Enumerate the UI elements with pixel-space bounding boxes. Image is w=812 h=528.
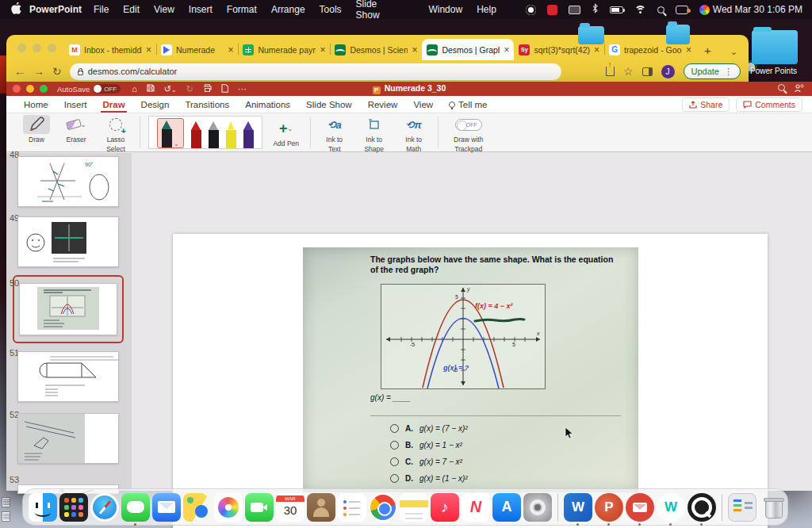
slide-thumbnail-50-selected[interactable] <box>19 283 117 335</box>
ppt-search-icon[interactable] <box>778 84 785 91</box>
browser-tab-numerade-payment[interactable]: Numerade paymi × <box>238 39 330 60</box>
ppt-share-user-icon[interactable] <box>795 84 804 94</box>
desktop-file-icon[interactable] <box>2 511 10 522</box>
dock-finder-icon[interactable] <box>29 493 57 522</box>
pen-green-selected[interactable]: ⌄ <box>157 118 184 148</box>
tab-close-icon[interactable]: × <box>686 44 691 55</box>
tab-animations[interactable]: Animations <box>237 98 298 112</box>
share-button[interactable]: Share <box>682 98 730 112</box>
menu-file[interactable]: File <box>86 4 116 15</box>
slide-thumbnail-51[interactable] <box>17 351 119 402</box>
update-button[interactable]: Update ⋮ <box>684 63 741 79</box>
user-switch-icon[interactable] <box>676 6 688 14</box>
tab-close-icon[interactable]: × <box>504 44 509 55</box>
browser-tab-numerade[interactable]: Numerade × <box>156 39 238 60</box>
dock-photos-icon[interactable] <box>214 493 243 522</box>
dock-facetime-icon[interactable] <box>245 493 274 522</box>
tab-close-icon[interactable]: × <box>228 44 233 55</box>
dock-reminders-icon[interactable] <box>338 493 366 522</box>
dock-quicktime-icon[interactable] <box>688 493 716 522</box>
bookmark-star-icon[interactable]: ☆ <box>623 65 634 78</box>
answer-option-c[interactable]: C. g(x) = 7 − x² <box>390 457 462 466</box>
tab-transitions[interactable]: Transitions <box>177 98 237 112</box>
forward-button[interactable]: → <box>33 65 44 78</box>
browser-tab-gmail[interactable]: M Inbox - themiddle × <box>64 39 156 60</box>
comments-button[interactable]: Comments <box>736 98 802 112</box>
tab-home[interactable]: Home <box>16 98 56 112</box>
url-text[interactable]: desmos.com/calculator <box>88 67 178 76</box>
gray-pen-icon[interactable] <box>209 121 219 148</box>
menu-window[interactable]: Window <box>421 4 469 15</box>
slide-thumbnail-48[interactable]: 90° <box>17 156 119 207</box>
tab-slide-show[interactable]: Slide Show <box>298 98 360 112</box>
dock-wyzant-icon[interactable]: W <box>657 493 685 522</box>
tab-design[interactable]: Design <box>133 98 178 112</box>
menu-edit[interactable]: Edit <box>116 4 147 15</box>
dock-maps-icon[interactable] <box>183 493 212 522</box>
browser-tab-desmos-scientific[interactable]: Desmos | Scientif × <box>330 39 422 60</box>
sidebar-icon[interactable] <box>642 67 653 76</box>
new-tab-button[interactable]: + <box>696 44 719 60</box>
dock-notes-icon[interactable] <box>400 493 428 522</box>
dock-messages-icon[interactable] <box>121 493 150 522</box>
dock-chrome-icon[interactable] <box>369 493 397 522</box>
dock-app-store-icon[interactable]: A <box>492 493 521 522</box>
record-icon[interactable] <box>526 5 536 15</box>
menu-format[interactable]: Format <box>220 4 264 15</box>
desktop-file-icon[interactable] <box>2 497 10 507</box>
back-button[interactable]: ← <box>14 65 25 78</box>
tab-close-icon[interactable]: × <box>320 44 325 55</box>
browser-window-controls[interactable] <box>13 35 64 60</box>
yellow-highlighter-icon[interactable] <box>226 121 236 148</box>
ink-to-text-button[interactable]: ⟲a Ink to Text <box>319 115 350 153</box>
radio-button[interactable] <box>390 424 399 433</box>
apple-menu-icon[interactable] <box>11 2 21 17</box>
slide-thumbnail-52[interactable] <box>17 413 119 464</box>
dock-contacts-icon[interactable] <box>307 493 335 522</box>
lasso-select-button[interactable]: Lasso Select <box>100 115 132 153</box>
dock-word-icon[interactable]: W <box>564 493 592 522</box>
menu-app-name[interactable]: PowerPoint <box>29 4 82 15</box>
red-pen-icon[interactable] <box>191 121 201 148</box>
desktop-folder-icon[interactable] <box>666 25 690 44</box>
update-menu-icon[interactable]: ⋮ <box>724 67 733 77</box>
tab-close-icon[interactable]: × <box>594 44 599 55</box>
current-slide[interactable]: The graphs below have the same shape. Wh… <box>173 234 768 528</box>
dock-system-settings-icon[interactable] <box>523 493 552 522</box>
dock-safari-icon[interactable] <box>90 493 119 522</box>
desktop-folder-icon[interactable] <box>578 26 604 44</box>
dock-trash-icon[interactable] <box>759 493 787 522</box>
dock-music-icon[interactable]: ♪ <box>431 493 459 522</box>
menu-view[interactable]: View <box>147 4 182 15</box>
profile-avatar[interactable]: J <box>661 65 675 78</box>
tab-search-menu-icon[interactable]: ⌄ <box>719 47 749 60</box>
wifi-icon[interactable] <box>634 6 646 14</box>
powerpoints-folder-icon[interactable] <box>752 30 798 64</box>
address-bar[interactable]: desmos.com/calculator <box>70 63 561 80</box>
share-icon[interactable] <box>606 67 615 76</box>
browser-tab-desmos-graphing-active[interactable]: Desmos | Graphin × <box>422 39 514 60</box>
menubar-clock[interactable]: Wed Mar 30 1:06 PM <box>713 4 802 15</box>
tab-close-icon[interactable]: × <box>146 44 151 55</box>
ink-to-math-button[interactable]: ⟲π Ink to Math <box>398 115 430 153</box>
answer-option-a[interactable]: A. g(x) = (7 − x)² <box>390 424 468 433</box>
dock-gmail-icon[interactable] <box>626 493 654 522</box>
dock-launchpad-icon[interactable] <box>59 493 88 522</box>
answer-option-d[interactable]: D. g(x) = (1 − x)² <box>390 474 468 483</box>
tab-insert[interactable]: Insert <box>56 98 95 112</box>
purple-pen-icon[interactable] <box>243 121 254 148</box>
add-pen-button[interactable]: +⌄ Add Pen <box>270 119 302 147</box>
spotlight-icon[interactable] <box>657 6 665 13</box>
dock-mail-icon[interactable] <box>152 493 181 522</box>
dock-calendar-icon[interactable]: MAR 30 <box>276 493 304 522</box>
dock-downloads-icon[interactable] <box>728 493 756 522</box>
ink-to-shape-button[interactable]: Ink to Shape <box>358 115 390 153</box>
dock-news-icon[interactable]: N <box>462 493 490 522</box>
reload-button[interactable]: ↻ <box>52 65 62 78</box>
menu-insert[interactable]: Insert <box>182 4 220 15</box>
menu-slide-show[interactable]: Slide Show <box>349 0 387 21</box>
dock-powerpoint-icon[interactable]: P <box>595 493 623 522</box>
radio-button[interactable] <box>390 474 399 483</box>
tab-draw[interactable]: Draw <box>94 98 132 112</box>
photos-menulet-icon[interactable] <box>699 5 710 15</box>
